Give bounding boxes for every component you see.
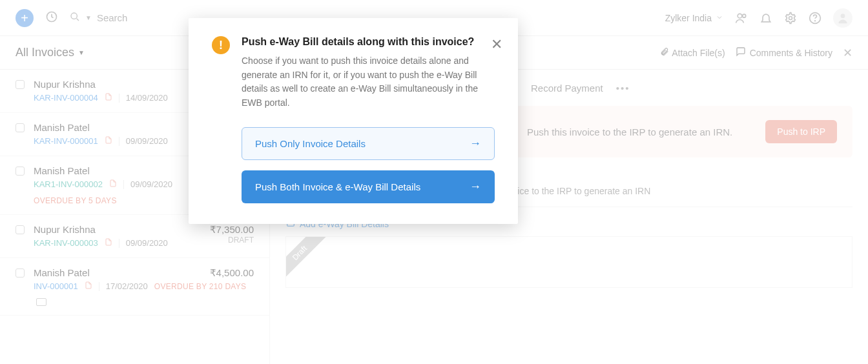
invoice-date: 09/09/2020 bbox=[126, 238, 168, 248]
row-checkbox[interactable] bbox=[16, 225, 25, 234]
invoice-id[interactable]: KAR-INV-000001 bbox=[34, 136, 98, 146]
invoice-amount: ₹4,500.00 bbox=[210, 267, 254, 279]
invoice-id[interactable]: KAR-INV-000004 bbox=[34, 93, 98, 103]
arrow-right-icon: → bbox=[470, 180, 481, 194]
doc-icon bbox=[109, 179, 117, 190]
invoice-date: 09/09/2020 bbox=[126, 136, 168, 146]
invoice-id[interactable]: KAR1-INV-000002 bbox=[34, 179, 103, 189]
doc-icon bbox=[105, 238, 112, 248]
svg-point-6 bbox=[815, 20, 816, 21]
invoice-amount: ₹7,350.00 bbox=[210, 224, 254, 236]
doc-icon bbox=[85, 281, 92, 292]
row-checkbox[interactable] bbox=[16, 123, 25, 132]
org-switcher[interactable]: Zylker India bbox=[665, 13, 723, 23]
invoice-preview: Draft bbox=[285, 236, 852, 288]
modal-close-button[interactable]: ✕ bbox=[491, 36, 502, 53]
row-checkbox[interactable] bbox=[16, 167, 25, 176]
history-icon[interactable] bbox=[45, 10, 58, 26]
mail-icon bbox=[36, 298, 46, 306]
modal-description: Choose if you want to push this invoice … bbox=[242, 54, 495, 110]
search-icon bbox=[70, 12, 80, 25]
org-name-label: Zylker India bbox=[665, 13, 712, 23]
more-actions-button[interactable]: ••• bbox=[616, 83, 630, 94]
modal-title: Push e-Way Bill details along with this … bbox=[242, 36, 495, 48]
comments-history-button[interactable]: Comments & History bbox=[736, 46, 832, 59]
close-detail-button[interactable]: ✕ bbox=[843, 46, 852, 60]
comment-icon bbox=[736, 46, 746, 59]
view-title-dropdown[interactable]: All Invoices ▼ bbox=[16, 46, 85, 59]
invoice-date: 09/09/2020 bbox=[130, 179, 172, 189]
comments-label: Comments & History bbox=[750, 48, 832, 58]
chevron-down-icon bbox=[716, 13, 723, 23]
svg-point-7 bbox=[841, 14, 845, 18]
user-avatar[interactable] bbox=[833, 8, 852, 28]
caret-down-icon: ▼ bbox=[78, 49, 85, 56]
row-checkbox[interactable] bbox=[16, 268, 25, 278]
warning-icon: ! bbox=[212, 36, 230, 54]
push-invoice-only-button[interactable]: Push Only Invoice Details → bbox=[242, 127, 495, 160]
help-icon[interactable] bbox=[809, 12, 822, 25]
push-to-irp-button[interactable]: Push to IRP bbox=[765, 120, 837, 143]
invoice-row[interactable]: Manish Patel INV-000001 17/02/2020 OVERD… bbox=[0, 258, 269, 316]
view-title-label: All Invoices bbox=[16, 46, 74, 59]
users-icon[interactable] bbox=[735, 12, 748, 25]
doc-icon bbox=[105, 136, 112, 147]
overdue-label: OVERDUE BY 210 DAYS bbox=[154, 282, 247, 291]
push-both-label: Push Both Invoice & e-Way Bill Details bbox=[255, 181, 420, 192]
search-filter-caret-icon[interactable]: ▼ bbox=[85, 14, 92, 21]
attach-label: Attach File(s) bbox=[672, 48, 725, 58]
push-both-button[interactable]: Push Both Invoice & e-Way Bill Details → bbox=[242, 170, 495, 203]
attach-files-button[interactable]: Attach File(s) bbox=[660, 47, 725, 58]
draft-ribbon: Draft bbox=[285, 236, 329, 282]
arrow-right-icon: → bbox=[470, 137, 481, 150]
push-invoice-only-label: Push Only Invoice Details bbox=[255, 138, 366, 149]
svg-point-1 bbox=[71, 13, 77, 19]
paperclip-icon bbox=[660, 47, 669, 58]
notifications-icon[interactable] bbox=[760, 12, 772, 25]
settings-icon[interactable] bbox=[784, 12, 797, 25]
overdue-label: OVERDUE BY 5 DAYS bbox=[34, 196, 117, 205]
quick-add-button[interactable]: + bbox=[16, 9, 34, 27]
row-checkbox[interactable] bbox=[16, 80, 25, 89]
invoice-date: 17/02/2020 bbox=[106, 281, 148, 291]
invoice-status: DRAFT bbox=[210, 236, 254, 245]
invoice-id[interactable]: KAR-INV-000003 bbox=[34, 238, 98, 248]
svg-point-4 bbox=[789, 16, 792, 19]
invoice-id[interactable]: INV-000001 bbox=[34, 281, 78, 291]
record-payment-button[interactable]: Record Payment bbox=[531, 83, 603, 94]
svg-point-3 bbox=[743, 14, 746, 17]
push-eway-modal: ✕ ! Push e-Way Bill details along with t… bbox=[189, 18, 518, 224]
doc-icon bbox=[105, 92, 112, 103]
invoice-date: 14/09/2020 bbox=[126, 93, 168, 103]
svg-point-2 bbox=[738, 14, 742, 18]
